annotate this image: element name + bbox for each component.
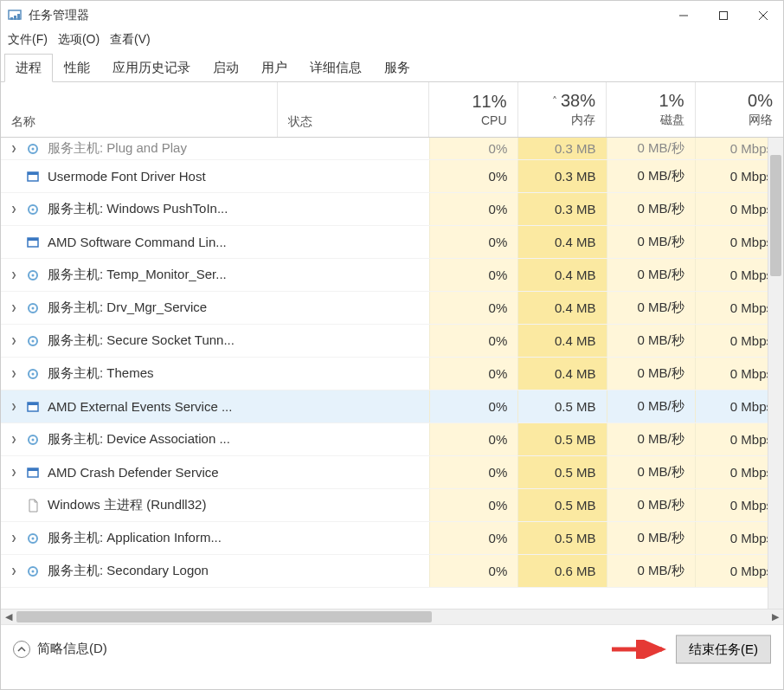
expand-icon[interactable]: ❯	[8, 269, 20, 281]
tab-4[interactable]: 用户	[250, 54, 299, 82]
process-memory: 0.4 MB	[517, 292, 606, 324]
process-row[interactable]: ❯服务主机: Application Inform...0%0.5 MB0 MB…	[1, 522, 783, 555]
process-icon	[25, 399, 41, 415]
process-row[interactable]: ❯服务主机: Secure Socket Tunn...0%0.4 MB0 MB…	[1, 325, 783, 358]
sort-asc-icon: ˄	[552, 95, 557, 107]
titlebar: 任务管理器	[1, 1, 783, 30]
svg-rect-15	[28, 238, 38, 241]
process-memory: 0.4 MB	[517, 226, 606, 258]
footer: 简略信息(D) 结束任务(E)	[1, 624, 783, 673]
tab-0[interactable]: 进程	[4, 54, 53, 82]
scroll-left-icon[interactable]: ◀	[1, 611, 16, 622]
process-disk: 0 MB/秒	[607, 160, 695, 192]
column-status[interactable]: 状态	[278, 82, 429, 137]
process-row[interactable]: ❯服务主机: Temp_Monitor_Ser...0%0.4 MB0 MB/秒…	[1, 259, 783, 292]
expand-icon[interactable]: ❯	[8, 335, 20, 346]
process-memory: 0.3 MB	[517, 160, 606, 192]
process-cpu: 0%	[429, 358, 517, 390]
process-row[interactable]: ❯服务主机: Windows PushToIn...0%0.3 MB0 MB/秒…	[1, 193, 783, 226]
process-disk: 0 MB/秒	[607, 292, 695, 324]
expand-icon[interactable]: ❯	[8, 565, 20, 577]
svg-point-9	[32, 147, 35, 150]
column-memory[interactable]: ˄38% 内存	[518, 82, 607, 137]
process-memory: 0.5 MB	[517, 390, 606, 422]
process-name: AMD Software Command Lin...	[48, 235, 227, 249]
process-row[interactable]: ❯服务主机: Themes0%0.4 MB0 MB/秒0 Mbps	[1, 358, 783, 390]
process-cpu: 0%	[429, 456, 517, 488]
expand-icon[interactable]: ❯	[8, 368, 20, 379]
process-name: 服务主机: Drv_Mgr_Service	[48, 300, 207, 316]
tab-6[interactable]: 服务	[373, 54, 421, 82]
svg-rect-5	[720, 12, 728, 20]
hscroll-thumb[interactable]	[16, 611, 432, 622]
svg-rect-25	[28, 403, 38, 405]
fewer-details-button[interactable]: 简略信息(D)	[13, 641, 107, 658]
svg-point-23	[32, 372, 35, 375]
expand-icon[interactable]: ❯	[8, 203, 20, 215]
tab-1[interactable]: 性能	[53, 54, 101, 82]
red-arrow-annotation	[610, 640, 671, 659]
process-name: 服务主机: Temp_Monitor_Ser...	[48, 267, 227, 283]
scroll-right-icon[interactable]: ▶	[768, 611, 783, 622]
process-icon	[25, 498, 41, 513]
scrollbar-thumb[interactable]	[770, 155, 781, 276]
process-memory: 0.4 MB	[517, 358, 606, 390]
process-row[interactable]: Windows 主进程 (Rundll32)0%0.5 MB0 MB/秒0 Mb…	[1, 489, 783, 522]
close-button[interactable]	[743, 3, 783, 29]
process-row[interactable]: ❯AMD External Events Service ...0%0.5 MB…	[1, 390, 783, 423]
expand-icon[interactable]: ❯	[8, 401, 20, 412]
tab-2[interactable]: 应用历史记录	[101, 54, 202, 82]
end-task-button[interactable]: 结束任务(E)	[676, 635, 771, 663]
process-row[interactable]: Usermode Font Driver Host0%0.3 MB0 MB/秒0…	[1, 160, 783, 193]
process-name: 服务主机: Application Inform...	[48, 530, 222, 546]
column-name[interactable]: 名称	[1, 82, 278, 137]
process-name: 服务主机: Windows PushToIn...	[48, 201, 228, 217]
horizontal-scrollbar[interactable]: ◀ ▶	[1, 609, 783, 624]
column-cpu[interactable]: 11% CPU	[429, 82, 518, 137]
process-row[interactable]: ❯服务主机: Secondary Logon0%0.6 MB0 MB/秒0 Mb…	[1, 555, 783, 588]
vertical-scrollbar[interactable]	[768, 138, 783, 609]
process-row[interactable]: AMD Software Command Lin...0%0.4 MB0 MB/…	[1, 226, 783, 259]
window-controls	[664, 3, 783, 29]
expand-icon[interactable]: ❯	[8, 532, 20, 544]
menu-options[interactable]: 选项(O)	[58, 32, 100, 48]
menu-file[interactable]: 文件(F)	[8, 32, 48, 48]
process-icon	[25, 564, 41, 579]
svg-point-33	[32, 570, 35, 572]
process-row[interactable]: ❯服务主机: Device Association ...0%0.5 MB0 M…	[1, 423, 783, 456]
expand-icon[interactable]: ❯	[8, 467, 20, 478]
process-icon	[25, 465, 41, 480]
tab-5[interactable]: 详细信息	[299, 54, 373, 82]
maximize-button[interactable]	[704, 3, 743, 29]
process-disk: 0 MB/秒	[607, 423, 695, 455]
column-disk[interactable]: 1% 磁盘	[607, 82, 696, 137]
process-row[interactable]: ❯服务主机: Drv_Mgr_Service0%0.4 MB0 MB/秒0 Mb…	[1, 292, 783, 325]
process-name: Usermode Font Driver Host	[48, 169, 206, 184]
process-icon	[25, 235, 41, 250]
process-disk: 0 MB/秒	[607, 456, 695, 488]
column-network[interactable]: 0% 网络	[696, 82, 784, 137]
process-row[interactable]: ❯服务主机: Plug and Play0%0.3 MB0 MB/秒0 Mbps	[1, 138, 783, 160]
process-cpu: 0%	[429, 489, 517, 521]
process-list[interactable]: ❯服务主机: Plug and Play0%0.3 MB0 MB/秒0 Mbps…	[1, 138, 783, 609]
process-disk: 0 MB/秒	[607, 193, 695, 225]
process-disk: 0 MB/秒	[607, 555, 695, 587]
expand-icon[interactable]: ❯	[8, 143, 20, 154]
process-disk: 0 MB/秒	[607, 226, 695, 258]
menu-view[interactable]: 查看(V)	[110, 32, 151, 48]
process-disk: 0 MB/秒	[607, 325, 695, 357]
svg-rect-1	[10, 17, 13, 20]
process-row[interactable]: ❯AMD Crash Defender Service0%0.5 MB0 MB/…	[1, 456, 783, 489]
process-icon	[25, 366, 41, 382]
process-name: Windows 主进程 (Rundll32)	[48, 497, 206, 513]
process-name: 服务主机: Device Association ...	[48, 431, 230, 448]
minimize-button[interactable]	[664, 3, 704, 29]
process-disk: 0 MB/秒	[607, 522, 695, 554]
process-name: AMD External Events Service ...	[48, 399, 232, 414]
process-cpu: 0%	[429, 259, 517, 291]
process-memory: 0.3 MB	[517, 193, 606, 225]
expand-icon[interactable]: ❯	[8, 434, 20, 445]
process-cpu: 0%	[429, 226, 517, 258]
expand-icon[interactable]: ❯	[8, 302, 20, 313]
tab-3[interactable]: 启动	[202, 54, 250, 82]
